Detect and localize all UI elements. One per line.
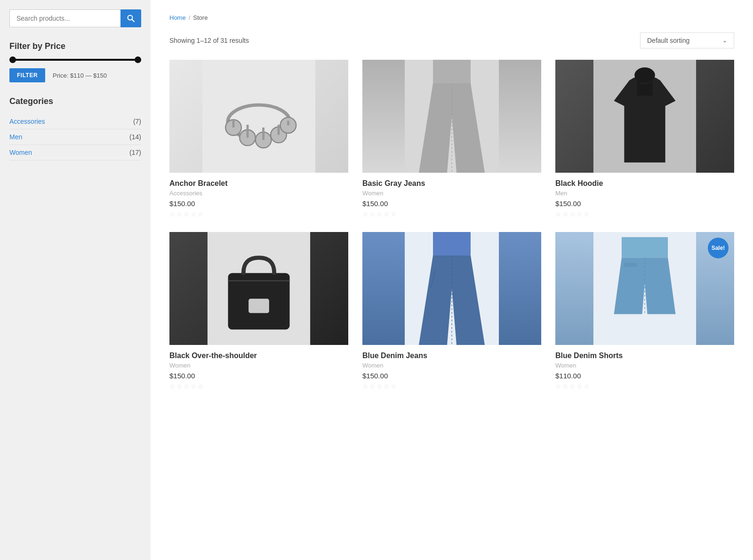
- product-rating: ☆☆☆☆☆: [555, 383, 734, 390]
- star-icon: ☆: [376, 383, 383, 390]
- category-item: Accessories (7): [9, 114, 141, 129]
- star-icon: ☆: [198, 210, 204, 218]
- star-icon: ☆: [584, 210, 590, 218]
- categories-list: Accessories (7) Men (14) Women (17): [9, 114, 141, 160]
- product-category: Women: [362, 190, 541, 197]
- main-content: Home / Store Showing 1–12 of 31 results …: [151, 0, 753, 560]
- star-icon: ☆: [191, 210, 197, 218]
- product-price: $150.00: [169, 372, 348, 380]
- sort-label: Default sorting: [647, 37, 689, 44]
- star-icon: ☆: [362, 210, 368, 218]
- svg-line-1: [132, 19, 134, 22]
- star-icon: ☆: [384, 383, 390, 390]
- category-link[interactable]: Accessories: [9, 118, 45, 125]
- product-name: Blue Denim Shorts: [555, 352, 734, 360]
- star-icon: ☆: [369, 210, 376, 218]
- product-card[interactable]: Blue Denim Jeans Women $150.00 ☆☆☆☆☆: [362, 232, 541, 390]
- svg-rect-15: [433, 60, 471, 83]
- star-icon: ☆: [191, 383, 197, 390]
- star-icon: ☆: [391, 383, 397, 390]
- filter-by-price-title: Filter by Price: [9, 41, 141, 51]
- breadcrumb: Home / Store: [169, 14, 734, 21]
- product-price: $150.00: [169, 200, 348, 208]
- product-grid: Anchor Bracelet Accessories $150.00 ☆☆☆☆…: [169, 60, 734, 390]
- star-icon: ☆: [391, 210, 397, 218]
- categories-title: Categories: [9, 96, 141, 106]
- breadcrumb-home[interactable]: Home: [169, 14, 186, 21]
- star-icon: ☆: [198, 383, 204, 390]
- product-image: [169, 232, 348, 345]
- star-icon: ☆: [184, 383, 190, 390]
- results-bar: Showing 1–12 of 31 results Default sorti…: [169, 32, 734, 48]
- star-icon: ☆: [577, 383, 583, 390]
- product-image: Sale!: [555, 232, 734, 345]
- search-input[interactable]: [9, 9, 120, 27]
- product-category: Women: [555, 362, 734, 369]
- star-icon: ☆: [584, 383, 590, 390]
- product-price: $150.00: [555, 200, 734, 208]
- category-item: Men (14): [9, 129, 141, 145]
- price-slider-track[interactable]: [9, 59, 141, 61]
- categories-section: Categories Accessories (7) Men (14) Wome…: [9, 96, 141, 160]
- product-category: Women: [169, 362, 348, 369]
- product-name: Basic Gray Jeans: [362, 179, 541, 188]
- product-rating: ☆☆☆☆☆: [362, 383, 541, 390]
- star-icon: ☆: [562, 210, 569, 218]
- svg-point-18: [634, 67, 655, 83]
- star-icon: ☆: [376, 210, 383, 218]
- price-slider-max-thumb[interactable]: [135, 56, 141, 63]
- product-name: Black Hoodie: [555, 179, 734, 188]
- category-count: (14): [129, 133, 141, 141]
- product-category: Women: [362, 362, 541, 369]
- price-slider-min-thumb[interactable]: [9, 56, 16, 63]
- star-icon: ☆: [569, 210, 576, 218]
- product-price: $150.00: [362, 372, 541, 380]
- product-card[interactable]: Sale! Blue Denim Shorts Women $110.00 ☆☆…: [555, 232, 734, 390]
- filter-by-price-section: Filter by Price FILTER Price: $110 — $15…: [9, 41, 141, 82]
- product-rating: ☆☆☆☆☆: [362, 210, 541, 218]
- search-bar: [9, 9, 141, 27]
- star-icon: ☆: [555, 210, 561, 218]
- star-icon: ☆: [169, 210, 176, 218]
- product-card[interactable]: Black Over-the-shoulder Women $150.00 ☆☆…: [169, 232, 348, 390]
- product-price: $110.00: [555, 372, 734, 380]
- product-card[interactable]: Black Hoodie Men $150.00 ☆☆☆☆☆: [555, 60, 734, 218]
- product-image: [169, 60, 348, 173]
- star-icon: ☆: [562, 383, 569, 390]
- product-card[interactable]: Basic Gray Jeans Women $150.00 ☆☆☆☆☆: [362, 60, 541, 218]
- product-image: [555, 60, 734, 173]
- product-price: $150.00: [362, 200, 541, 208]
- product-image: [362, 232, 541, 345]
- category-link[interactable]: Women: [9, 149, 32, 156]
- product-card[interactable]: Anchor Bracelet Accessories $150.00 ☆☆☆☆…: [169, 60, 348, 218]
- star-icon: ☆: [176, 383, 183, 390]
- breadcrumb-current: Store: [193, 14, 208, 21]
- svg-rect-24: [433, 232, 471, 256]
- search-button[interactable]: [120, 9, 141, 27]
- category-count: (7): [133, 118, 141, 125]
- product-name: Blue Denim Jeans: [362, 352, 541, 360]
- sale-badge: Sale!: [708, 238, 729, 258]
- filter-row: FILTER Price: $110 — $150: [9, 68, 141, 82]
- star-icon: ☆: [369, 383, 376, 390]
- product-name: Anchor Bracelet: [169, 179, 348, 188]
- sidebar: Filter by Price FILTER Price: $110 — $15…: [0, 0, 151, 560]
- star-icon: ☆: [577, 210, 583, 218]
- star-icon: ☆: [169, 383, 176, 390]
- sort-dropdown[interactable]: Default sorting ⌄: [640, 32, 734, 48]
- category-item: Women (17): [9, 145, 141, 160]
- svg-rect-30: [624, 263, 637, 267]
- product-category: Accessories: [169, 190, 348, 197]
- star-icon: ☆: [555, 383, 561, 390]
- category-link[interactable]: Men: [9, 133, 22, 141]
- product-image: [362, 60, 541, 173]
- results-text: Showing 1–12 of 31 results: [169, 37, 249, 44]
- chevron-down-icon: ⌄: [722, 37, 727, 44]
- star-icon: ☆: [362, 383, 368, 390]
- category-count: (17): [129, 149, 141, 156]
- star-icon: ☆: [384, 210, 390, 218]
- product-rating: ☆☆☆☆☆: [555, 210, 734, 218]
- breadcrumb-separator: /: [189, 14, 191, 21]
- filter-button[interactable]: FILTER: [9, 68, 45, 82]
- search-icon: [127, 15, 135, 22]
